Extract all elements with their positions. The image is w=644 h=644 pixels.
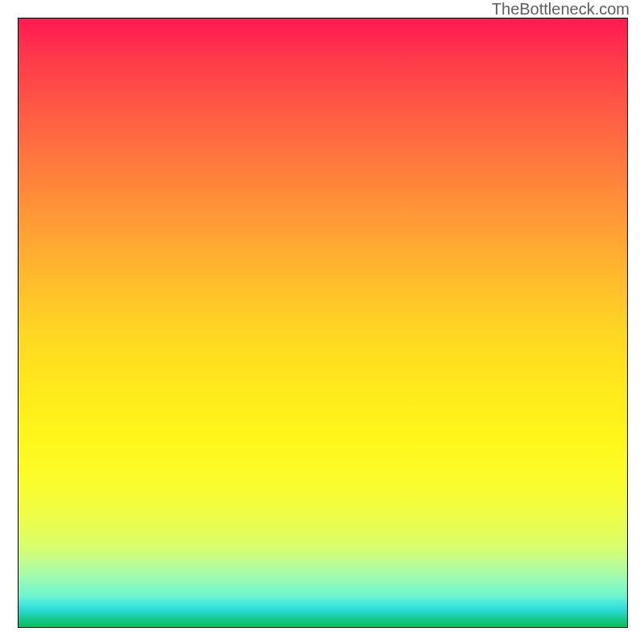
watermark-text: TheBottleneck.com — [492, 0, 630, 19]
chart-container: TheBottleneck.com — [0, 0, 644, 644]
heatmap-gradient-bg — [19, 19, 627, 627]
plot-area — [18, 18, 628, 628]
